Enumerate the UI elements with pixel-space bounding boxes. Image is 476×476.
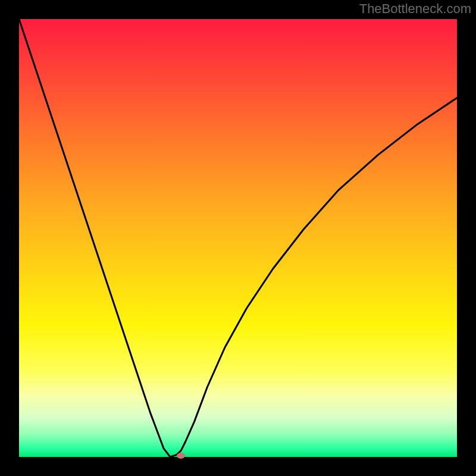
optimal-point-marker bbox=[177, 453, 185, 459]
bottleneck-curve bbox=[19, 19, 457, 457]
curve-svg bbox=[19, 19, 457, 457]
plot-area bbox=[19, 19, 457, 457]
chart-container: TheBottleneck.com bbox=[0, 0, 476, 476]
watermark-text: TheBottleneck.com bbox=[359, 1, 471, 17]
